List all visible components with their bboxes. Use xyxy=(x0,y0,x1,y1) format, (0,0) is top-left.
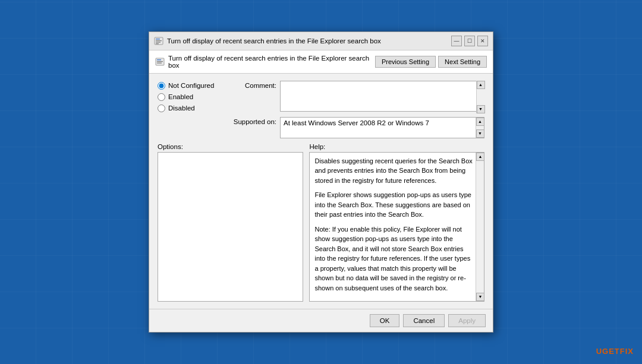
help-box: Disables suggesting recent queries for t… xyxy=(309,152,484,302)
help-paragraph-2: File Explorer shows suggestion pop-ups a… xyxy=(314,190,473,220)
scroll-up-arrow[interactable]: ▲ xyxy=(477,81,485,89)
watermark: UGETFIX xyxy=(596,347,634,356)
svg-rect-8 xyxy=(157,62,162,63)
svg-rect-2 xyxy=(156,40,162,41)
header-left: Turn off display of recent search entrie… xyxy=(155,55,375,69)
policy-icon xyxy=(154,36,163,46)
apply-button[interactable]: Apply xyxy=(448,314,486,327)
radio-not-configured[interactable]: Not Configured xyxy=(158,82,223,90)
minimize-button[interactable]: — xyxy=(451,36,462,46)
close-button[interactable]: ✕ xyxy=(477,36,488,46)
watermark-prefix: UGET xyxy=(596,347,620,356)
title-bar: Turn off display of recent search entrie… xyxy=(149,32,493,50)
svg-rect-6 xyxy=(157,59,161,61)
help-area: Help: Disables suggesting recent queries… xyxy=(309,143,484,302)
comment-row: Comment: ▲ ▼ xyxy=(229,81,484,113)
cancel-button[interactable]: Cancel xyxy=(403,314,445,327)
radio-enabled-input[interactable] xyxy=(158,93,165,101)
comment-label: Comment: xyxy=(229,81,276,89)
dialog-content: Not Configured Enabled Disabled Comment: xyxy=(149,74,493,309)
radio-not-configured-label: Not Configured xyxy=(168,82,214,89)
header-buttons: Previous Setting Next Setting xyxy=(375,56,487,68)
window-title: Turn off display of recent search entrie… xyxy=(167,37,381,45)
supported-box: At least Windows Server 2008 R2 or Windo… xyxy=(280,117,484,138)
radio-disabled-label: Disabled xyxy=(168,105,195,112)
radio-group: Not Configured Enabled Disabled xyxy=(158,81,223,138)
top-section: Not Configured Enabled Disabled Comment: xyxy=(158,81,484,138)
svg-rect-3 xyxy=(156,42,160,42)
header-bar: Turn off display of recent search entrie… xyxy=(149,50,493,74)
right-section: Comment: ▲ ▼ Supported on: At least Wind… xyxy=(229,81,484,138)
help-scrollbar: ▲ ▼ xyxy=(476,153,484,302)
ok-button[interactable]: OK xyxy=(370,314,400,327)
radio-enabled[interactable]: Enabled xyxy=(158,93,223,101)
supported-scrollbar: ▲ ▼ xyxy=(476,118,484,138)
options-label: Options: xyxy=(158,143,303,150)
radio-not-configured-input[interactable] xyxy=(158,82,165,90)
dialog-window: Turn off display of recent search entrie… xyxy=(149,31,493,333)
help-paragraph-3: Note: If you enable this policy, File Ex… xyxy=(314,224,473,293)
help-scroll-up[interactable]: ▲ xyxy=(476,153,484,161)
dialog-footer: OK Cancel Apply xyxy=(149,309,493,332)
supported-row: Supported on: At least Windows Server 20… xyxy=(229,117,484,138)
help-scroll-down[interactable]: ▼ xyxy=(476,293,484,301)
scroll-down-arrow[interactable]: ▼ xyxy=(477,105,485,113)
maximize-button[interactable]: ☐ xyxy=(464,36,475,46)
radio-disabled-input[interactable] xyxy=(158,105,165,112)
supported-scroll-up[interactable]: ▲ xyxy=(476,118,484,126)
header-policy-icon xyxy=(155,57,165,67)
options-box xyxy=(158,152,303,302)
svg-rect-1 xyxy=(156,39,160,40)
svg-rect-7 xyxy=(157,61,163,62)
radio-disabled[interactable]: Disabled xyxy=(158,105,223,112)
help-paragraph-1: Disables suggesting recent queries for t… xyxy=(314,156,473,186)
window-controls: — ☐ ✕ xyxy=(451,36,488,46)
next-setting-button[interactable]: Next Setting xyxy=(438,56,487,68)
supported-label: Supported on: xyxy=(229,117,276,125)
radio-enabled-label: Enabled xyxy=(168,93,193,100)
svg-rect-4 xyxy=(156,43,159,44)
comment-textarea[interactable] xyxy=(280,81,484,112)
options-area: Options: xyxy=(158,143,303,302)
title-bar-left: Turn off display of recent search entrie… xyxy=(154,36,381,46)
supported-scroll-down[interactable]: ▼ xyxy=(476,129,484,138)
supported-value: At least Windows Server 2008 R2 or Windo… xyxy=(284,119,440,126)
watermark-suffix: FIX xyxy=(620,347,634,356)
help-label: Help: xyxy=(309,143,484,150)
header-title: Turn off display of recent search entrie… xyxy=(168,55,375,69)
bottom-section: Options: Help: Disables suggesting recen… xyxy=(158,143,484,302)
previous-setting-button[interactable]: Previous Setting xyxy=(375,56,436,68)
comment-scrollbar: ▲ ▼ xyxy=(476,81,484,113)
